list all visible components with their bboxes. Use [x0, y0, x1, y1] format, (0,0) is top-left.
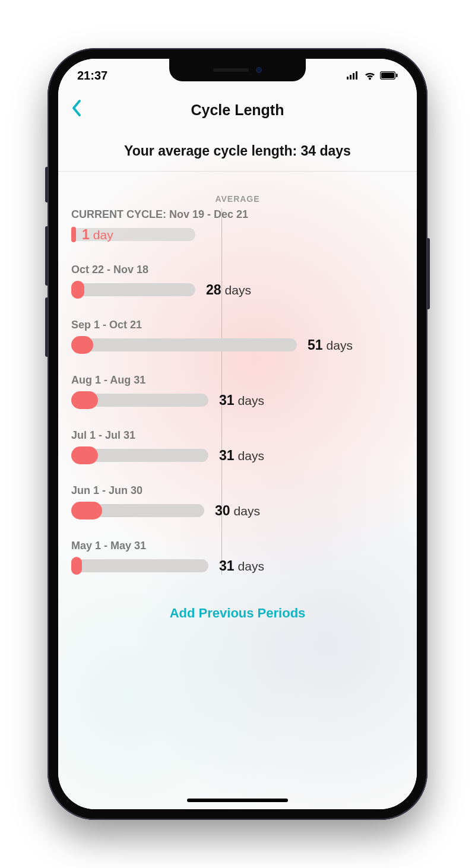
- cycle-row[interactable]: Sep 1 - Oct 2151days: [71, 319, 404, 354]
- svg-rect-2: [353, 73, 354, 80]
- svg-rect-1: [350, 75, 352, 80]
- cycle-row[interactable]: Aug 1 - Aug 3131days: [71, 374, 404, 409]
- cycle-bar-track: [71, 338, 297, 351]
- svg-rect-5: [381, 72, 394, 78]
- phone-frame: 21:37 Cycle Length Your average cycle le…: [48, 48, 428, 820]
- cycle-bar: 31days: [71, 557, 404, 575]
- cycle-days-value: 51days: [308, 337, 353, 353]
- cycle-row[interactable]: May 1 - May 3131days: [71, 540, 404, 575]
- cycle-date-range: Aug 1 - Aug 31: [71, 374, 404, 387]
- cycle-date-range: CURRENT CYCLE: Nov 19 - Dec 21: [71, 208, 404, 221]
- back-button[interactable]: [71, 99, 82, 121]
- content: AVERAGE CURRENT CYCLE: Nov 19 - Dec 211d…: [58, 172, 417, 575]
- phone-side-button: [428, 238, 430, 309]
- svg-rect-6: [396, 74, 398, 77]
- screen: 21:37 Cycle Length Your average cycle le…: [58, 59, 417, 809]
- wifi-icon: [363, 71, 376, 80]
- average-label: AVERAGE: [71, 194, 404, 204]
- status-time: 21:37: [77, 69, 107, 83]
- period-pill: [71, 557, 82, 575]
- cycle-date-range: Jul 1 - Jul 31: [71, 429, 404, 442]
- page-title: Cycle Length: [191, 102, 284, 119]
- nav-header: Cycle Length: [58, 92, 417, 128]
- speaker-grille: [213, 68, 249, 72]
- period-pill: [71, 281, 84, 299]
- battery-icon: [380, 71, 398, 80]
- cycle-bar: 31days: [71, 391, 404, 409]
- period-pill: [71, 446, 98, 464]
- cycle-bar: 30days: [71, 502, 404, 519]
- cycle-row[interactable]: Oct 22 - Nov 1828days: [71, 264, 404, 299]
- period-pill: [71, 391, 98, 409]
- cycle-date-range: May 1 - May 31: [71, 540, 404, 552]
- cycle-days-value: 1day: [82, 227, 113, 243]
- period-pill: [71, 336, 93, 354]
- cycle-row[interactable]: Jun 1 - Jun 3030days: [71, 484, 404, 519]
- svg-rect-3: [356, 71, 357, 80]
- cycle-date-range: Sep 1 - Oct 21: [71, 319, 404, 331]
- add-previous-periods-button[interactable]: Add Previous Periods: [58, 595, 417, 638]
- svg-rect-0: [347, 77, 349, 80]
- cycle-bar: 31days: [71, 446, 404, 464]
- cycle-days-value: 28days: [206, 282, 251, 298]
- cycle-days-value: 31days: [219, 448, 264, 464]
- cycle-days-value: 31days: [219, 558, 264, 574]
- cycle-bar: 51days: [71, 336, 404, 354]
- home-indicator[interactable]: [187, 799, 288, 802]
- cycle-days-value: 30days: [215, 503, 260, 519]
- cycle-bar-track: [71, 559, 208, 572]
- cycle-days-value: 31days: [219, 392, 264, 408]
- period-pill: [71, 227, 76, 242]
- cycle-bar: 1day: [71, 226, 404, 243]
- summary-line: Your average cycle length: 34 days: [58, 128, 417, 172]
- cycle-row[interactable]: Jul 1 - Jul 3131days: [71, 429, 404, 464]
- cycle-bar-track: [71, 283, 195, 296]
- cellular-signal-icon: [347, 71, 360, 80]
- period-pill: [71, 502, 102, 519]
- cycle-date-range: Oct 22 - Nov 18: [71, 264, 404, 276]
- status-right: [347, 71, 398, 80]
- chevron-left-icon: [71, 99, 82, 117]
- chart-area: CURRENT CYCLE: Nov 19 - Dec 211dayOct 22…: [71, 208, 404, 575]
- front-camera: [256, 67, 262, 73]
- cycle-bar: 28days: [71, 281, 404, 299]
- notch: [169, 59, 306, 81]
- cycle-row[interactable]: CURRENT CYCLE: Nov 19 - Dec 211day: [71, 208, 404, 243]
- cycle-date-range: Jun 1 - Jun 30: [71, 484, 404, 497]
